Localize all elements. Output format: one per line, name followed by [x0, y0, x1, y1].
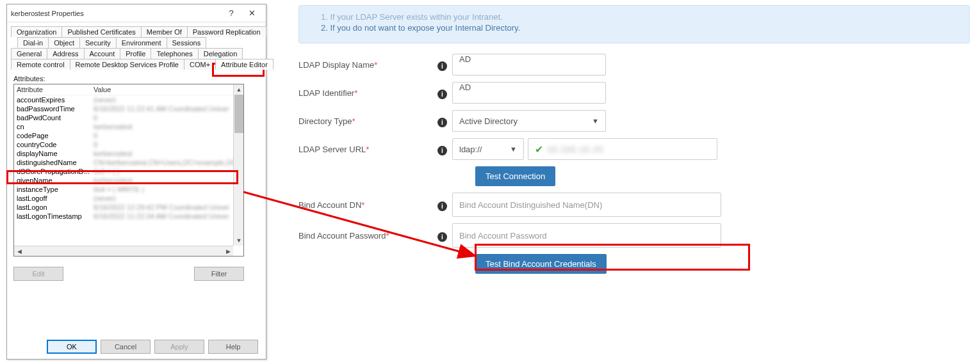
attr-value: 0x0 = ( )	[94, 168, 241, 175]
input-ldap-identifier[interactable]: AD	[452, 82, 606, 104]
properties-dialog: kerberostest Properties ? ✕ Organization…	[6, 4, 266, 360]
input-bind-account-dn[interactable]: Bind Account Distinguished Name(DN)	[452, 193, 721, 217]
tab-sessions[interactable]: Sessions	[167, 37, 207, 48]
tab-organization[interactable]: Organization	[11, 26, 62, 37]
info-icon[interactable]: i	[437, 146, 447, 155]
list-header: Attribute Value	[14, 84, 243, 95]
help-button[interactable]: ?	[221, 8, 241, 18]
list-item[interactable]: badPasswordTime6/16/2022 11:22:41 AM Coo…	[14, 104, 243, 113]
tab-general[interactable]: General	[11, 48, 47, 59]
attr-name: countryCode	[17, 141, 94, 148]
list-item[interactable]: givenNamekerberostest	[14, 176, 243, 185]
attr-value: kerberostest	[94, 123, 241, 131]
info-box: 1. If your LDAP Server exists within you…	[298, 5, 970, 44]
header-attribute[interactable]: Attribute	[17, 86, 94, 93]
attr-name: badPasswordTime	[17, 105, 94, 113]
label-ldap-display-name: LDAP Display Name* i	[298, 60, 452, 70]
attr-name: distinguishedName	[17, 159, 94, 166]
tab-delegation[interactable]: Delegation	[198, 48, 243, 59]
list-item[interactable]: dSCorePropagationD...0x0 = ( )	[14, 167, 243, 176]
scroll-left-icon[interactable]: ◀	[14, 246, 24, 257]
tab-account[interactable]: Account	[84, 48, 121, 59]
info-icon[interactable]: i	[437, 118, 447, 127]
input-server-host[interactable]: ✔ 10.100.10.20	[528, 138, 717, 160]
select-directory-type[interactable]: Active Directory ▼	[452, 110, 606, 132]
test-connection-button[interactable]: Test Connection	[475, 166, 555, 186]
test-bind-credentials-button[interactable]: Test Bind Account Credentials	[475, 254, 607, 274]
scrollbar-horizontal[interactable]: ◀ ▶	[14, 246, 233, 256]
attr-name: codePage	[17, 132, 94, 139]
tabs: Organization Published Certificates Memb…	[7, 22, 266, 70]
attr-name: instanceType	[17, 186, 94, 193]
scroll-right-icon[interactable]: ▶	[223, 246, 233, 257]
ldap-config-form: 1. If your LDAP Server exists within you…	[288, 0, 980, 364]
list-item[interactable]: distinguishedNameCN=kerberostest,CN=User…	[14, 158, 243, 167]
tab-password-replication[interactable]: Password Replication	[187, 26, 266, 37]
tab-remote-desktop-services-profile[interactable]: Remote Desktop Services Profile	[70, 59, 184, 70]
info-icon[interactable]: i	[437, 61, 447, 71]
tab-member-of[interactable]: Member Of	[141, 26, 188, 37]
info-icon[interactable]: i	[437, 232, 447, 242]
list-item[interactable]: countryCode0	[14, 140, 243, 149]
apply-button[interactable]: Apply	[154, 340, 204, 354]
header-value[interactable]: Value	[94, 86, 241, 93]
list-item[interactable]: lastLogon6/16/2022 12:29:42 PM Coordinat…	[14, 203, 243, 212]
attr-value: 6/16/2022 11:22:41 AM Coordinated Univer	[94, 105, 241, 113]
tab-security[interactable]: Security	[79, 37, 117, 48]
attr-value: 0x4 = ( WRITE )	[94, 186, 241, 193]
attr-value: kerberostest	[94, 150, 241, 157]
label-ldap-server-url: LDAP Server URL* i	[298, 145, 452, 154]
list-item[interactable]: instanceType0x4 = ( WRITE )	[14, 185, 243, 194]
ok-button[interactable]: OK	[47, 340, 97, 354]
scroll-up-icon[interactable]: ▲	[234, 84, 244, 95]
titlebar: kerberostest Properties ? ✕	[7, 4, 266, 22]
tab-published-certificates[interactable]: Published Certificates	[61, 26, 141, 37]
attr-name: displayName	[17, 150, 94, 157]
attr-name: givenName	[17, 177, 94, 184]
info-line-2: 2. If you do not want to expose your Int…	[321, 23, 959, 33]
label-bind-account-dn: Bind Account DN* i	[298, 200, 452, 210]
edit-button[interactable]: Edit	[13, 267, 63, 281]
cancel-button[interactable]: Cancel	[101, 340, 151, 354]
attr-value: 6/16/2022 11:22:34 AM Coordinated Univer	[94, 212, 241, 220]
list-item[interactable]: accountExpires(never)	[14, 95, 243, 104]
attr-name: dSCorePropagationD...	[17, 168, 94, 175]
close-button[interactable]: ✕	[241, 8, 262, 18]
label-bind-account-password: Bind Account Password* i	[298, 231, 452, 241]
select-protocol[interactable]: ldap:// ▼	[452, 138, 524, 160]
check-icon: ✔	[535, 143, 543, 155]
scroll-thumb[interactable]	[234, 95, 243, 133]
list-item[interactable]: displayNamekerberostest	[14, 149, 243, 158]
tab-attribute-editor[interactable]: Attribute Editor	[215, 59, 274, 70]
tab-dial-in[interactable]: Dial-in	[17, 37, 49, 48]
info-icon[interactable]: i	[437, 202, 447, 211]
filter-button[interactable]: Filter	[194, 267, 244, 281]
scrollbar-vertical[interactable]: ▲ ▼	[233, 84, 243, 246]
attr-name: lastLogon	[17, 203, 94, 211]
tab-com-plus[interactable]: COM+	[184, 59, 216, 70]
help-dialog-button[interactable]: Help	[208, 340, 258, 354]
list-item[interactable]: lastLogoff(never)	[14, 194, 243, 203]
tab-remote-control[interactable]: Remote control	[11, 59, 70, 70]
input-ldap-display-name[interactable]: AD	[452, 54, 606, 75]
attr-value: 0	[94, 114, 241, 122]
list-item[interactable]: codePage0	[14, 131, 243, 140]
list-item[interactable]: lastLogonTimestamp6/16/2022 11:22:34 AM …	[14, 212, 243, 221]
attr-name: badPwdCount	[17, 114, 94, 122]
list-item[interactable]: cnkerberostest	[14, 122, 243, 131]
input-bind-account-password[interactable]: Bind Account Password	[452, 223, 721, 248]
window-title: kerberostest Properties	[11, 10, 221, 17]
info-icon[interactable]: i	[437, 90, 447, 99]
attr-value: 0	[94, 132, 241, 139]
tab-address[interactable]: Address	[47, 48, 84, 59]
list-item[interactable]: badPwdCount0	[14, 113, 243, 122]
tab-profile[interactable]: Profile	[120, 48, 151, 59]
scroll-down-icon[interactable]: ▼	[234, 235, 244, 246]
attr-value: (never)	[94, 96, 241, 104]
tab-telephones[interactable]: Telephones	[151, 48, 198, 59]
tab-object[interactable]: Object	[48, 37, 80, 48]
tab-environment[interactable]: Environment	[116, 37, 167, 48]
attr-name: lastLogoff	[17, 194, 94, 202]
attr-value: (never)	[94, 194, 241, 202]
attributes-listbox[interactable]: Attribute Value accountExpires(never)bad…	[13, 84, 244, 257]
